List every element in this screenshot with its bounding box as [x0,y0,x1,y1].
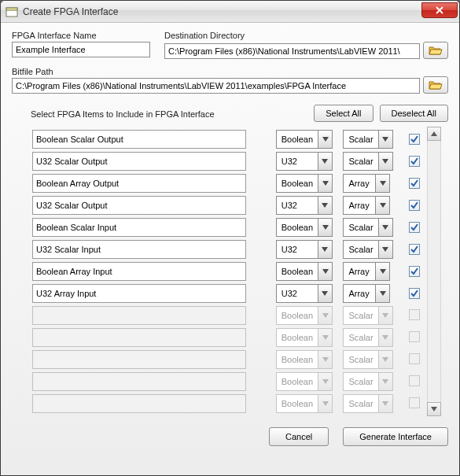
check-icon [410,245,418,253]
type-select[interactable]: U32 [276,152,333,171]
include-checkbox[interactable] [409,244,420,255]
kind-value: Scalar [344,373,377,390]
item-name-input[interactable] [32,152,246,171]
bitfile-browse-button[interactable] [423,76,448,94]
chevron-down-icon [382,357,388,362]
bitfile-input[interactable] [12,78,420,94]
type-select[interactable]: U32 [276,284,333,303]
table-row: U32Scalar [31,152,424,171]
table-row: BooleanArray [31,262,424,281]
kind-value: Array [344,285,375,302]
type-value: Boolean [277,395,318,412]
chevron-down-icon [322,159,328,164]
table-row: BooleanScalar [31,130,424,149]
chevron-down-icon [322,225,329,230]
kind-select[interactable]: Scalar [343,152,392,171]
type-select[interactable]: Boolean [276,174,333,193]
chevron-down-icon [431,407,437,411]
kind-select[interactable]: Array [343,262,390,281]
chevron-down-icon [382,379,388,384]
chevron-down-icon [322,269,329,274]
items-section-label: Select FPGA Items to Include in FPGA Int… [31,109,215,119]
item-name-input[interactable] [32,240,246,259]
type-value: Boolean [277,263,318,280]
kind-value: Scalar [344,153,377,170]
type-select: Boolean [276,328,333,347]
dest-dir-input[interactable] [164,43,420,59]
kind-value: Scalar [344,351,377,368]
item-name-input[interactable] [32,130,246,149]
type-select[interactable]: U32 [276,196,333,215]
item-name-input[interactable] [32,174,246,193]
table-row: U32Scalar [31,240,424,259]
chevron-down-icon [322,247,328,252]
fpga-name-input[interactable] [12,42,150,57]
table-row: U32Array [31,196,424,215]
kind-select[interactable]: Scalar [343,218,392,237]
type-select[interactable]: Boolean [276,218,333,237]
kind-select[interactable]: Array [343,196,390,215]
table-row: BooleanScalar [31,372,424,391]
bitfile-label: Bitfile Path [12,67,53,76]
dest-dir-browse-button[interactable] [423,42,448,59]
item-name-input[interactable] [32,218,246,237]
kind-select[interactable]: Array [343,284,390,303]
type-select[interactable]: Boolean [276,130,333,149]
kind-value: Scalar [344,131,377,148]
include-checkbox[interactable] [409,134,420,145]
kind-value: Scalar [344,307,377,324]
type-select: Boolean [276,372,333,391]
generate-button[interactable]: Generate Interface [343,427,448,446]
type-value: Boolean [277,219,318,236]
kind-select: Scalar [343,394,392,413]
type-value: U32 [277,285,318,302]
item-name-input [32,394,246,413]
type-select[interactable]: U32 [276,240,333,259]
include-checkbox [409,331,420,342]
include-checkbox[interactable] [409,222,420,233]
scrollbar[interactable] [427,127,441,416]
check-icon [410,268,418,275]
type-value: Boolean [277,351,318,368]
include-checkbox[interactable] [409,156,420,167]
kind-select[interactable]: Scalar [343,240,392,259]
table-row: BooleanScalar [31,394,424,413]
type-value: Boolean [277,307,318,324]
chevron-down-icon [322,291,328,296]
check-icon [410,290,418,297]
type-value: Boolean [277,329,318,346]
deselect-all-button[interactable]: Deselect All [380,105,448,122]
kind-select: Scalar [343,372,392,391]
type-select: Boolean [276,394,333,413]
type-select[interactable]: Boolean [276,262,333,281]
close-button[interactable] [421,2,458,18]
kind-value: Scalar [344,241,377,258]
kind-value: Array [344,263,375,280]
scroll-down-button[interactable] [427,402,441,416]
table-row: BooleanScalar [31,306,424,325]
include-checkbox[interactable] [409,288,420,299]
kind-select[interactable]: Array [343,174,390,193]
item-name-input[interactable] [32,284,246,303]
include-checkbox[interactable] [409,200,420,211]
include-checkbox[interactable] [409,178,420,189]
chevron-down-icon [382,137,388,142]
select-all-button[interactable]: Select All [314,105,373,122]
table-row: BooleanScalar [31,350,424,369]
item-name-input[interactable] [32,262,246,281]
check-icon [410,135,418,143]
titlebar[interactable]: Create FPGA Interface [1,1,459,23]
item-name-input [32,350,246,369]
item-name-input[interactable] [32,196,246,215]
kind-value: Scalar [344,395,377,412]
chevron-down-icon [380,291,386,296]
scroll-track[interactable] [427,141,441,402]
cancel-button[interactable]: Cancel [269,427,329,446]
scroll-up-button[interactable] [427,127,441,141]
chevron-down-icon [322,379,329,384]
items-table: BooleanScalarU32ScalarBooleanArrayU32Arr… [31,127,424,416]
kind-select[interactable]: Scalar [343,130,392,149]
type-select: Boolean [276,306,333,325]
include-checkbox[interactable] [409,266,420,277]
check-icon [410,223,418,231]
